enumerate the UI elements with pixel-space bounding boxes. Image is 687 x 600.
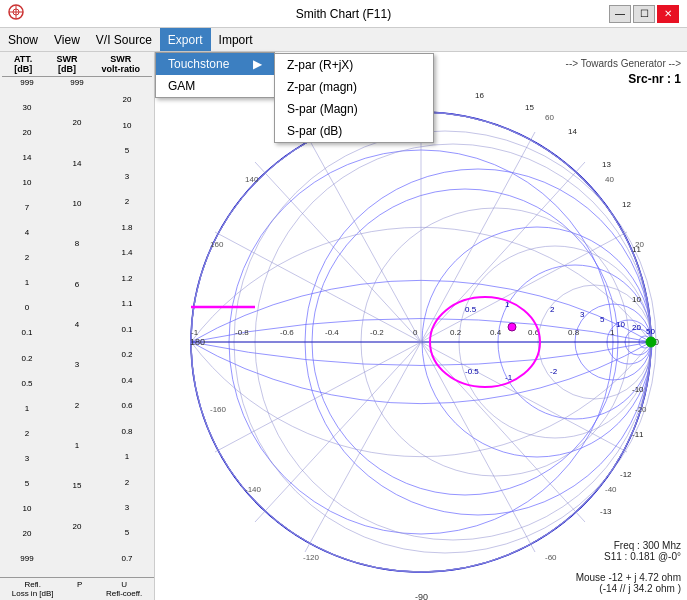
minimize-button[interactable]: — xyxy=(609,5,631,23)
dropdown-touchstone[interactable]: Touchstone ▶ xyxy=(156,53,274,75)
mouse-info: Mouse -12 + j 4.72 ohm (-14 // j 34.2 oh… xyxy=(576,572,681,594)
att-header: ATT.[dB] xyxy=(14,54,32,74)
svg-text:-60: -60 xyxy=(545,553,557,562)
swr-db-scale: 999 20 14 10 8 6 4 3 2 1 15 20 xyxy=(52,79,102,563)
swr-db-header: SWR[dB] xyxy=(56,54,77,74)
svg-text:60: 60 xyxy=(545,113,554,122)
svg-text:50: 50 xyxy=(646,327,655,336)
submenu-spar-db[interactable]: S-par (dB) xyxy=(275,120,433,142)
svg-point-86 xyxy=(646,337,656,347)
svg-text:-0.8: -0.8 xyxy=(235,328,249,337)
svg-text:1: 1 xyxy=(610,328,615,337)
menu-import[interactable]: Import xyxy=(211,28,261,51)
svg-text:-140: -140 xyxy=(245,485,262,494)
src-label: Src-nr : 1 xyxy=(628,72,681,86)
maximize-button[interactable]: ☐ xyxy=(633,5,655,23)
svg-text:-0.4: -0.4 xyxy=(325,328,339,337)
svg-text:2: 2 xyxy=(550,305,555,314)
svg-text:-1: -1 xyxy=(191,328,199,337)
app-icon xyxy=(8,4,24,23)
svg-text:-10: -10 xyxy=(632,385,644,394)
left-panel-headers: ATT.[dB] SWR[dB] SWRvolt-ratio xyxy=(2,54,152,77)
svg-text:-13: -13 xyxy=(600,507,612,516)
svg-text:0.8: 0.8 xyxy=(568,328,580,337)
svg-text:-0.6: -0.6 xyxy=(280,328,294,337)
submenu-zpar-magn[interactable]: Z-par (magn) xyxy=(275,76,433,98)
freq-label: Freq : 300 Mhz S11 : 0.181 @-0° xyxy=(604,540,681,562)
svg-text:0.4: 0.4 xyxy=(490,328,502,337)
p-label: P xyxy=(77,580,82,598)
menu-export[interactable]: Export xyxy=(160,28,211,51)
svg-text:0.2: 0.2 xyxy=(450,328,462,337)
menu-show[interactable]: Show xyxy=(0,28,46,51)
menu-bar: Show View V/I Source Export Import Touch… xyxy=(0,28,687,52)
swr-vr-header: SWRvolt-ratio xyxy=(101,54,140,74)
left-panel-bottom: Refl.Loss in [dB] P URefl-coeff. xyxy=(0,577,154,598)
svg-text:13: 13 xyxy=(602,160,611,169)
title-bar: Smith Chart (F11) — ☐ ✕ xyxy=(0,0,687,28)
window-title: Smith Chart (F11) xyxy=(0,7,687,21)
left-panel: ATT.[dB] SWR[dB] SWRvolt-ratio 999 30 20… xyxy=(0,52,155,600)
generator-arrow: --> Towards Generator --> xyxy=(566,58,681,69)
svg-text:-120: -120 xyxy=(303,553,320,562)
att-scale: 999 30 20 14 10 7 4 2 1 0 0.1 0.2 0.5 1 … xyxy=(2,79,52,563)
swr-vr-scale: 20 10 5 3 2 1.8 1.4 1.2 1.1 0.1 0.2 0.4 … xyxy=(102,79,152,563)
svg-text:-160: -160 xyxy=(210,405,227,414)
refl-loss-label: Refl.Loss in [dB] xyxy=(12,580,54,598)
svg-text:-0.5: -0.5 xyxy=(465,367,479,376)
svg-text:160: 160 xyxy=(210,240,224,249)
dropdown-gam[interactable]: GAM xyxy=(156,75,274,97)
svg-text:12: 12 xyxy=(622,200,631,209)
refl-coeff-label: URefl-coeff. xyxy=(106,580,142,598)
svg-point-87 xyxy=(508,323,516,331)
scale-area: 999 30 20 14 10 7 4 2 1 0 0.1 0.2 0.5 1 … xyxy=(2,79,152,563)
svg-text:-40: -40 xyxy=(605,485,617,494)
submenu-zpar-rjx[interactable]: Z-par (R+jX) xyxy=(275,54,433,76)
svg-text:180: 180 xyxy=(190,337,205,347)
close-button[interactable]: ✕ xyxy=(657,5,679,23)
svg-text:-90: -90 xyxy=(415,592,428,600)
svg-text:10: 10 xyxy=(616,320,625,329)
svg-text:140: 140 xyxy=(245,175,259,184)
svg-text:-12: -12 xyxy=(620,470,632,479)
svg-text:11: 11 xyxy=(632,245,641,254)
export-dropdown: Touchstone ▶ Z-par (R+jX) Z-par (magn) S… xyxy=(155,52,275,98)
svg-text:14: 14 xyxy=(568,127,577,136)
svg-text:3: 3 xyxy=(580,310,585,319)
svg-text:0: 0 xyxy=(413,328,418,337)
menu-view[interactable]: View xyxy=(46,28,88,51)
submenu-spar-magn[interactable]: S-par (Magn) xyxy=(275,98,433,120)
svg-text:15: 15 xyxy=(525,103,534,112)
svg-text:20: 20 xyxy=(632,323,641,332)
svg-text:40: 40 xyxy=(605,175,614,184)
svg-text:5: 5 xyxy=(600,315,605,324)
svg-text:-0.2: -0.2 xyxy=(370,328,384,337)
menu-vi-source[interactable]: V/I Source xyxy=(88,28,160,51)
svg-text:16: 16 xyxy=(475,91,484,100)
svg-text:10: 10 xyxy=(632,295,641,304)
svg-text:-2: -2 xyxy=(550,367,558,376)
svg-text:-20: -20 xyxy=(635,405,647,414)
svg-text:0.5: 0.5 xyxy=(465,305,477,314)
svg-text:-11: -11 xyxy=(632,430,644,439)
touchstone-submenu: Z-par (R+jX) Z-par (magn) S-par (Magn) S… xyxy=(274,53,434,143)
